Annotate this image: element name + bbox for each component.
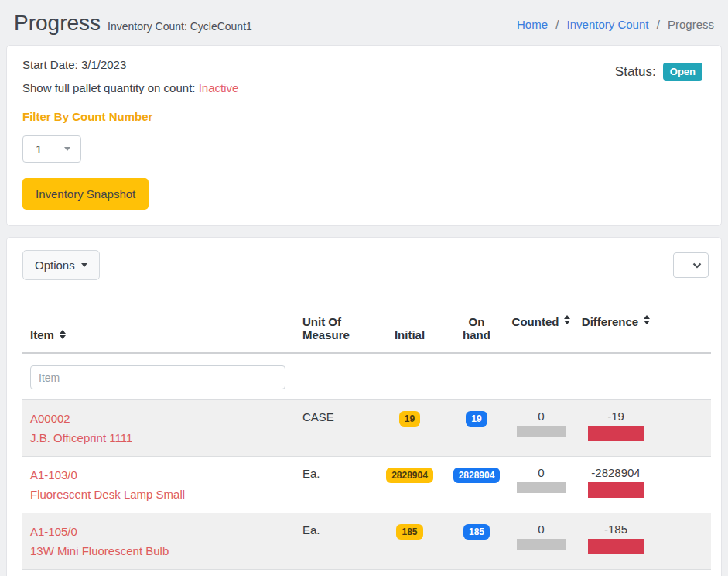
item-code-link[interactable]: A1-105/0: [30, 522, 302, 541]
page-subtitle: Inventory Count: CycleCount1: [108, 20, 252, 33]
uom-cell: Ea.: [302, 513, 374, 569]
pallet-label: Show full pallet quantity on count:: [22, 81, 195, 94]
status-badge: Open: [663, 63, 702, 81]
start-date-label: Start Date:: [22, 58, 78, 71]
difference-bar: [588, 426, 644, 441]
difference-cell: -2828904: [575, 457, 657, 513]
initial-cell: 2828904: [374, 457, 446, 513]
count-number-select[interactable]: 1: [22, 135, 81, 163]
counted-bar: [517, 426, 566, 437]
counted-cell: 0: [508, 400, 575, 456]
row-spacer: [657, 513, 711, 569]
row-spacer: [657, 400, 711, 456]
counted-bar: [517, 482, 566, 493]
table-card: Options Item Unit Of Measure Initial On …: [6, 237, 722, 576]
counted-cell: 0: [508, 513, 575, 569]
pallet-line: Show full pallet quantity on count: Inac…: [22, 81, 704, 94]
initial-badge: 185: [396, 524, 422, 540]
difference-bar: [588, 482, 644, 498]
table-toolbar: Options: [7, 238, 721, 293]
start-date-value: 3/1/2023: [81, 58, 126, 71]
column-header-initial: Initial: [374, 315, 446, 341]
uom-cell: CASE: [302, 400, 374, 456]
sort-icon: [564, 315, 570, 324]
counted-value: 0: [538, 410, 544, 423]
sort-icon: [644, 315, 650, 324]
item-cell: A00002 J.B. Officeprint 1111: [22, 400, 302, 456]
difference-value: -185: [604, 523, 627, 536]
title-wrap: Progress Inventory Count: CycleCount1: [14, 11, 252, 36]
difference-cell: -185: [575, 513, 657, 569]
difference-value: -2828904: [591, 466, 640, 479]
row-spacer: [657, 457, 711, 513]
initial-cell: 185: [374, 513, 446, 569]
difference-cell: -19: [575, 400, 657, 456]
item-filter-input[interactable]: [30, 365, 285, 389]
initial-cell: 19: [374, 400, 446, 456]
uom-cell: Ea.: [302, 457, 374, 513]
column-label: Difference: [582, 315, 638, 328]
initial-badge: 2828904: [386, 468, 433, 483]
counted-value: 0: [538, 466, 544, 479]
column-label: Counted: [512, 315, 559, 328]
column-label: Unit Of Measure: [302, 315, 374, 341]
status-wrap: Status: Open: [615, 63, 702, 81]
column-label: Item: [30, 328, 54, 341]
on-hand-badge: 2828904: [453, 468, 501, 483]
breadcrumb: Home / Inventory Count / Progress: [517, 11, 714, 31]
chevron-down-icon: [692, 262, 702, 269]
column-label: On hand: [461, 315, 492, 341]
column-header-unit-of-measure: Unit Of Measure: [302, 315, 374, 341]
breadcrumb-separator: /: [555, 18, 559, 31]
table-filter-row: [22, 354, 711, 400]
table-row: A1-105/0 13W Mini Fluorescent Bulb Ea. 1…: [22, 513, 711, 570]
item-name-link[interactable]: 13W Mini Fluorescent Bulb: [30, 541, 302, 561]
column-label: Initial: [395, 328, 425, 341]
caret-down-icon: [81, 263, 87, 267]
column-header-item[interactable]: Item: [22, 315, 302, 341]
sort-icon: [60, 330, 66, 339]
difference-bar: [588, 539, 644, 554]
column-header-spacer: [657, 315, 711, 341]
column-header-difference[interactable]: Difference: [575, 315, 657, 341]
item-cell: A1-103/0 Fluorescent Desk Lamp Small: [22, 457, 302, 513]
on-hand-cell: 185: [446, 513, 508, 569]
options-button-label: Options: [35, 259, 75, 272]
counted-bar: [517, 539, 566, 550]
on-hand-badge: 19: [466, 411, 487, 427]
page-title: Progress: [14, 11, 101, 36]
status-label: Status:: [615, 64, 656, 80]
summary-card: Start Date: 3/1/2023 Show full pallet qu…: [6, 45, 722, 226]
item-code-link[interactable]: A1-103/0: [30, 465, 302, 485]
table-row: A00002 J.B. Officeprint 1111 CASE 19 19 …: [22, 400, 711, 457]
counted-cell: 0: [508, 457, 575, 513]
item-cell: A1-105/0 13W Mini Fluorescent Bulb: [22, 513, 302, 569]
item-code-link[interactable]: A00002: [30, 409, 302, 428]
start-date-line: Start Date: 3/1/2023: [22, 58, 704, 71]
inventory-snapshot-button[interactable]: Inventory Snapshot: [22, 178, 149, 210]
item-name-link[interactable]: J.B. Officeprint 1111: [30, 428, 302, 447]
item-name-link[interactable]: Fluorescent Desk Lamp Small: [30, 485, 302, 504]
table: Item Unit Of Measure Initial On hand Cou…: [7, 293, 721, 570]
column-header-on-hand: On hand: [446, 315, 508, 341]
on-hand-cell: 19: [446, 400, 508, 456]
breadcrumb-current: Progress: [668, 18, 714, 31]
breadcrumb-home[interactable]: Home: [517, 18, 548, 31]
on-hand-badge: 185: [463, 524, 490, 540]
options-button[interactable]: Options: [22, 250, 100, 280]
breadcrumb-separator: /: [657, 18, 660, 31]
caret-down-icon: [64, 147, 70, 151]
page-size-select[interactable]: [673, 252, 709, 278]
counted-value: 0: [538, 523, 544, 536]
count-number-value: 1: [36, 142, 42, 156]
table-header-row: Item Unit Of Measure Initial On hand Cou…: [22, 293, 711, 354]
page-header: Progress Inventory Count: CycleCount1 Ho…: [0, 0, 728, 45]
column-header-counted[interactable]: Counted: [508, 315, 575, 341]
filter-by-count-heading: Filter By Count Number: [22, 110, 704, 123]
on-hand-cell: 2828904: [446, 457, 508, 513]
difference-value: -19: [607, 410, 624, 423]
pallet-value: Inactive: [199, 81, 239, 94]
table-row: A1-103/0 Fluorescent Desk Lamp Small Ea.…: [22, 457, 711, 513]
initial-badge: 19: [399, 411, 420, 427]
breadcrumb-inventory-count[interactable]: Inventory Count: [567, 18, 649, 31]
